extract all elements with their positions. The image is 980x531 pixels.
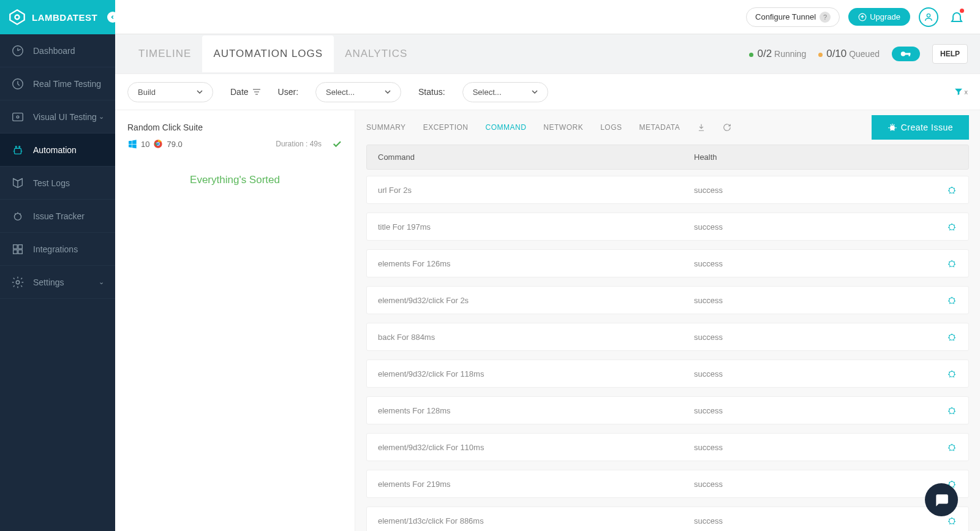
bug-icon[interactable] (946, 442, 957, 453)
svg-point-14 (16, 281, 20, 284)
command-row[interactable]: element/9d32/click For 2ssuccess (366, 286, 969, 314)
sidebar-item-automation[interactable]: Automation (0, 134, 115, 167)
logo-icon (9, 9, 26, 26)
notification-dot-icon (960, 9, 964, 13)
bug-icon[interactable] (946, 405, 957, 416)
svg-rect-19 (908, 53, 910, 56)
command-row[interactable]: element/1d3c/click For 886mssuccess (366, 507, 969, 531)
chat-fab-button[interactable] (925, 483, 958, 516)
svg-point-5 (17, 116, 19, 118)
nav-icon (11, 77, 24, 91)
tab-network[interactable]: NETWORK (543, 123, 583, 132)
nav-icon (11, 243, 24, 256)
bug-icon[interactable] (946, 515, 957, 526)
suite-meta: 10 79.0 Duration : 49s (127, 138, 342, 149)
topbar: Configure Tunnel ? Upgrade (115, 0, 980, 34)
chevron-down-icon: ⌄ (99, 113, 104, 121)
sidebar-item-real-time-testing[interactable]: Real Time Testing (0, 67, 115, 100)
content: Random Click Suite 10 79.0 Duration : 49… (115, 110, 980, 531)
access-key-button[interactable] (892, 47, 920, 61)
command-row[interactable]: title For 197mssuccess (366, 213, 969, 241)
command-row[interactable]: elements For 128mssuccess (366, 396, 969, 424)
status-pills: 0/2 Running 0/10 Queued HELP (749, 44, 968, 64)
nav-icon (11, 276, 24, 289)
col-health: Health (694, 153, 957, 162)
command-row[interactable]: back For 884mssuccess (366, 323, 969, 351)
sidebar-item-test-logs[interactable]: Test Logs (0, 167, 115, 200)
clear-filter-button[interactable]: x (954, 87, 968, 97)
tab-logs[interactable]: LOGS (600, 123, 622, 132)
command-text: element/9d32/click For 2s (378, 296, 694, 305)
nav-label: Integrations (33, 244, 78, 254)
upgrade-button[interactable]: Upgrade (848, 8, 910, 26)
windows-icon (127, 139, 137, 149)
tab-automation-logs[interactable]: AUTOMATION LOGS (202, 36, 334, 72)
status-label: Status: (418, 87, 445, 97)
chrome-icon (153, 139, 163, 149)
bug-icon[interactable] (946, 331, 957, 342)
profile-button[interactable] (919, 7, 938, 27)
bug-icon[interactable] (946, 368, 957, 379)
health-text: success (694, 369, 723, 378)
nav-icon (11, 110, 24, 124)
command-row[interactable]: element/9d32/click For 110mssuccess (366, 433, 969, 461)
svg-point-24 (890, 126, 895, 130)
command-text: elements For 126ms (378, 259, 694, 268)
tab-timeline[interactable]: TIMELINE (127, 36, 202, 72)
svg-rect-12 (13, 249, 17, 253)
sidebar-collapse-button[interactable] (107, 12, 118, 23)
brand-text: LAMBDATEST (32, 12, 97, 23)
sidebar-item-issue-tracker[interactable]: Issue Tracker (0, 200, 115, 233)
nav-label: Real Time Testing (33, 79, 101, 89)
detail-tabs: SUMMARY EXCEPTION COMMAND NETWORK LOGS M… (366, 110, 969, 145)
bug-icon[interactable] (946, 258, 957, 269)
filters-row: Build Date User: Select... Status: Selec… (115, 73, 980, 110)
command-row[interactable]: elements For 126mssuccess (366, 249, 969, 277)
tab-analytics[interactable]: ANALYTICS (334, 36, 418, 72)
command-text: title For 197ms (378, 222, 694, 232)
svg-rect-10 (13, 244, 17, 248)
command-row[interactable]: element/9d32/click For 118mssuccess (366, 360, 969, 388)
command-table-header: Command Health (366, 145, 969, 170)
nav-icon (11, 176, 24, 190)
sidebar-item-dashboard[interactable]: Dashboard (0, 34, 115, 67)
sidebar-header: LAMBDATEST (0, 0, 115, 34)
bug-icon[interactable] (946, 295, 957, 306)
user-select[interactable]: Select... (315, 82, 401, 102)
create-issue-button[interactable]: Create Issue (872, 115, 969, 140)
command-row[interactable]: url For 2ssuccess (366, 176, 969, 204)
health-text: success (694, 480, 723, 489)
health-text: success (694, 259, 723, 268)
build-select[interactable]: Build (127, 82, 213, 102)
notifications-button[interactable] (947, 7, 967, 27)
command-text: back For 884ms (378, 333, 694, 342)
test-list-panel: Random Click Suite 10 79.0 Duration : 49… (115, 110, 355, 531)
tab-exception[interactable]: EXCEPTION (423, 123, 469, 132)
command-text: element/9d32/click For 110ms (378, 443, 694, 452)
bug-icon[interactable] (946, 221, 957, 232)
command-row[interactable]: elements For 219mssuccess (366, 470, 969, 498)
nav-icon (11, 44, 24, 58)
sidebar-item-visual-ui-testing[interactable]: Visual UI Testing⌄ (0, 100, 115, 134)
download-button[interactable] (697, 123, 706, 132)
bug-icon[interactable] (946, 184, 957, 195)
main: Configure Tunnel ? Upgrade TIMELINE AUTO… (115, 0, 980, 531)
configure-tunnel-button[interactable]: Configure Tunnel ? (746, 7, 840, 27)
sidebar-item-settings[interactable]: Settings⌄ (0, 266, 115, 299)
help-button[interactable]: HELP (932, 44, 968, 64)
chevron-down-icon: ⌄ (99, 278, 104, 286)
tab-summary[interactable]: SUMMARY (366, 123, 406, 132)
command-text: elements For 128ms (378, 406, 694, 415)
nav-label: Test Logs (33, 178, 70, 188)
nav-icon (11, 143, 24, 157)
health-text: success (694, 333, 723, 342)
sidebar-item-integrations[interactable]: Integrations (0, 233, 115, 266)
upgrade-label: Upgrade (870, 12, 900, 21)
refresh-button[interactable] (723, 123, 731, 132)
status-select[interactable]: Select... (462, 82, 548, 102)
date-filter[interactable]: Date (230, 87, 261, 97)
tab-command[interactable]: COMMAND (485, 123, 526, 132)
svg-point-1 (15, 15, 20, 20)
tab-metadata[interactable]: METADATA (639, 123, 680, 132)
svg-point-7 (15, 146, 17, 147)
